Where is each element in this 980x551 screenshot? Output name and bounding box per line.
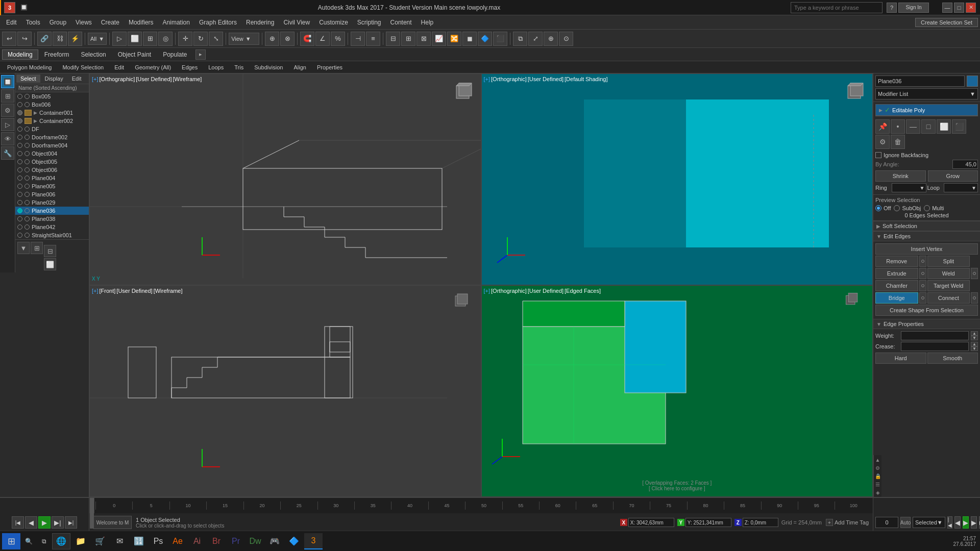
strip-icon5[interactable]: ◈ bbox=[874, 489, 881, 496]
calc-btn[interactable]: 🔢 bbox=[130, 533, 148, 549]
target-weld-btn[interactable]: Target Weld bbox=[927, 280, 970, 291]
scene-item[interactable]: Box005 bbox=[15, 92, 89, 101]
weight-down-btn[interactable]: ▼ bbox=[971, 336, 978, 340]
menu-tools[interactable]: Tools bbox=[22, 17, 44, 28]
extrude-settings-btn[interactable] bbox=[919, 268, 926, 279]
poly-tab-loops[interactable]: Loops bbox=[203, 63, 229, 71]
start-btn[interactable]: ⊞ bbox=[2, 533, 20, 549]
view-dropdown[interactable]: View ▼ bbox=[229, 33, 259, 45]
snap-angle[interactable]: ∠ bbox=[315, 32, 330, 46]
lasso-btn[interactable]: ◎ bbox=[158, 32, 173, 46]
scene-item[interactable]: Plane042 bbox=[15, 223, 89, 231]
scene-item[interactable]: Box006 bbox=[15, 101, 89, 109]
menu-help[interactable]: Help bbox=[417, 17, 438, 28]
angle-input[interactable] bbox=[952, 160, 978, 169]
poly-tab-properties[interactable]: Properties bbox=[312, 63, 348, 71]
ae-btn[interactable]: Ae bbox=[168, 533, 187, 549]
bridge-settings-btn[interactable] bbox=[919, 292, 926, 304]
poly-tab-edges[interactable]: Edges bbox=[177, 63, 203, 71]
ignore-backfacing-checkbox[interactable] bbox=[875, 152, 881, 158]
sign-in-btn[interactable]: Sign In bbox=[898, 3, 929, 13]
trash-btn[interactable]: 🗑 bbox=[891, 135, 905, 149]
scene-tab-edit-tab[interactable]: Edit bbox=[68, 74, 86, 83]
scene-item[interactable]: Object005 bbox=[15, 158, 89, 166]
help-icon[interactable]: ? bbox=[887, 3, 897, 13]
frame-input[interactable] bbox=[875, 517, 898, 528]
viewport-bottom-right[interactable]: [+] [Orthographic] [User Defined] [Edged… bbox=[481, 285, 873, 497]
create-selection-set-btn[interactable]: Create Selection Set bbox=[915, 18, 978, 27]
scene-item[interactable]: Plane038 bbox=[15, 215, 89, 223]
scene-item[interactable]: Object006 bbox=[15, 166, 89, 174]
move-btn[interactable]: ✛ bbox=[178, 32, 192, 46]
timeline-track[interactable]: 0 5 10 15 20 25 30 35 40 45 50 55 60 65 … bbox=[94, 498, 873, 513]
bind-btn[interactable]: ⚡ bbox=[68, 32, 82, 46]
object-name-input[interactable] bbox=[875, 76, 965, 87]
menu-rendering[interactable]: Rendering bbox=[242, 17, 278, 28]
vp3-plus[interactable]: [+] bbox=[92, 288, 99, 294]
ai-btn[interactable]: Ai bbox=[188, 533, 206, 549]
crease-down-btn[interactable]: ▼ bbox=[971, 346, 978, 351]
extra2-btn[interactable]: ⤢ bbox=[528, 32, 543, 46]
filter-icon[interactable]: ▼ bbox=[17, 242, 30, 254]
explorer-btn[interactable]: 📁 bbox=[71, 533, 90, 549]
material-btn[interactable]: ◼ bbox=[462, 32, 477, 46]
curve-editor-btn[interactable]: 📈 bbox=[432, 32, 446, 46]
connect-settings-btn[interactable] bbox=[971, 292, 978, 304]
bridge-btn[interactable]: Bridge bbox=[875, 292, 918, 304]
poly-tab-edit[interactable]: Edit bbox=[109, 63, 129, 71]
loop-dropdown[interactable]: ▼ bbox=[944, 183, 978, 192]
layer-icon[interactable]: ⊟ bbox=[44, 245, 56, 257]
weld-btn[interactable]: Weld bbox=[927, 268, 970, 279]
strip-icon3[interactable]: 🔒 bbox=[874, 472, 881, 480]
scene-item[interactable]: ▶ Container002 bbox=[15, 117, 89, 125]
prev-right-btn[interactable]: ◀ bbox=[954, 516, 961, 529]
soft-selection-header[interactable]: ▶ Soft Selection bbox=[873, 221, 980, 231]
hard-btn[interactable]: Hard bbox=[875, 353, 926, 364]
split-btn[interactable]: Split bbox=[927, 256, 970, 267]
dw-btn[interactable]: Dw bbox=[246, 533, 264, 549]
scene-item[interactable]: Object004 bbox=[15, 149, 89, 158]
poly-tab-subdivision[interactable]: Subdivision bbox=[249, 63, 288, 71]
app-icon[interactable]: 3 bbox=[4, 2, 15, 13]
pr-btn[interactable]: Pr bbox=[227, 533, 245, 549]
minimize-btn[interactable]: — bbox=[942, 3, 952, 13]
off-radio[interactable] bbox=[875, 205, 881, 211]
maximize-btn[interactable]: □ bbox=[954, 3, 964, 13]
poly-tab-polygon-modeling[interactable]: Polygon Modeling bbox=[2, 63, 57, 71]
filter-dropdown[interactable]: All ▼ bbox=[88, 33, 107, 45]
weld-settings-btn[interactable] bbox=[971, 268, 978, 279]
scene-item[interactable]: ▶ Container001 bbox=[15, 109, 89, 117]
pivot2-btn[interactable]: ⊗ bbox=[280, 32, 295, 46]
layer-btn[interactable]: ⊟ bbox=[386, 32, 400, 46]
insert-vertex-btn[interactable]: Insert Vertex bbox=[875, 243, 978, 255]
extrude-btn[interactable]: Extrude bbox=[875, 268, 918, 279]
tab-selection[interactable]: Selection bbox=[75, 49, 111, 60]
vp1-plus[interactable]: [+] bbox=[92, 76, 99, 82]
scene-tab-display[interactable]: Display bbox=[41, 74, 67, 83]
scene-item[interactable]: DF bbox=[15, 125, 89, 133]
store-btn[interactable]: 🛒 bbox=[91, 533, 109, 549]
expand-all-icon[interactable]: ⊞ bbox=[31, 242, 43, 254]
poly-tab-modify-selection[interactable]: Modify Selection bbox=[57, 63, 109, 71]
pivot-btn[interactable]: ⊕ bbox=[265, 32, 279, 46]
color-swatch[interactable] bbox=[967, 76, 978, 87]
shrink-btn[interactable]: Shrink bbox=[875, 170, 926, 182]
viewport-bottom-left[interactable]: [+] [Front] [User Defined] [Wireframe] bbox=[89, 285, 481, 497]
strip-icon2[interactable]: ⚙ bbox=[874, 464, 881, 471]
smooth-btn[interactable]: Smooth bbox=[927, 353, 978, 364]
goto-start-right-btn[interactable]: |◀ bbox=[947, 516, 952, 529]
layer2-btn[interactable]: ⊞ bbox=[401, 32, 415, 46]
snap-toggle[interactable]: 🧲 bbox=[300, 32, 314, 46]
scene-tab-select[interactable]: Select bbox=[16, 74, 40, 83]
extra4-btn[interactable]: ⊙ bbox=[559, 32, 573, 46]
next-right-btn[interactable]: ▶ bbox=[971, 516, 977, 529]
add-icon[interactable]: + bbox=[826, 519, 833, 526]
utilities-icon[interactable]: 🔧 bbox=[1, 146, 14, 160]
menu-views[interactable]: Views bbox=[71, 17, 96, 28]
tab-modeling[interactable]: Modeling bbox=[2, 49, 38, 60]
viewport-top-right[interactable]: [+] [Orthographic] [User Defined] [Defau… bbox=[481, 73, 873, 285]
br-btn[interactable]: Br bbox=[207, 533, 226, 549]
ps-btn[interactable]: Ps bbox=[149, 533, 167, 549]
vertex-mode-btn[interactable]: • bbox=[891, 119, 905, 134]
redo-btn[interactable]: ↪ bbox=[17, 32, 32, 46]
